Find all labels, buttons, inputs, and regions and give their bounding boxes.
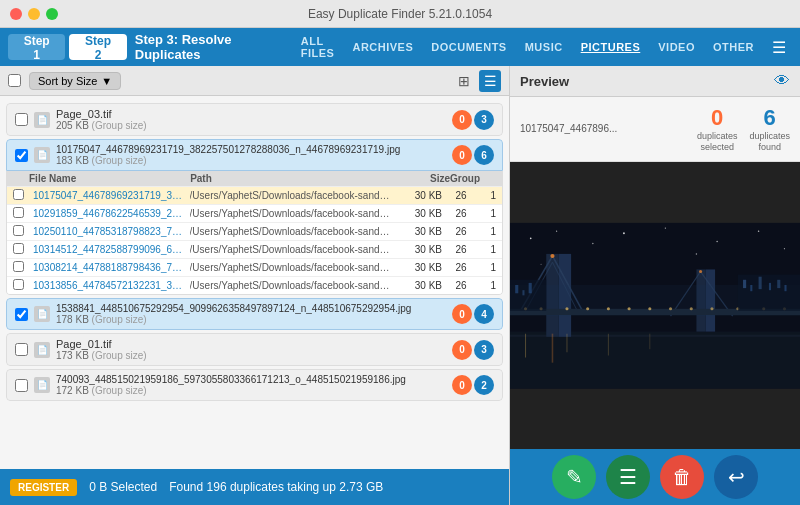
duplicates-found-label: duplicatesfound xyxy=(749,131,790,153)
table-row[interactable]: 10291859_44678622546539_2003... /Users/Y… xyxy=(7,204,502,222)
row-path: /Users/YaphetS/Downloads/facebook-sandyt… xyxy=(190,208,393,219)
svg-rect-50 xyxy=(743,279,746,287)
svg-point-4 xyxy=(623,232,625,234)
preview-image-area xyxy=(510,162,800,449)
tab-documents[interactable]: DOCUMENTS xyxy=(423,37,514,57)
svg-point-8 xyxy=(784,248,785,249)
row-n: 1 xyxy=(480,244,496,255)
row-size: 30 KB xyxy=(397,244,442,255)
close-button[interactable] xyxy=(10,8,22,20)
minimize-button[interactable] xyxy=(28,8,40,20)
table-row[interactable]: 10314512_44782588799096_6518... /Users/Y… xyxy=(7,240,502,258)
list-icon: ☰ xyxy=(619,465,637,489)
table-row[interactable]: 10175047_44678969231719_3822... /Users/Y… xyxy=(7,186,502,204)
list-view-icon[interactable]: ☰ xyxy=(479,70,501,92)
preview-header: Preview 👁 xyxy=(510,66,800,97)
row-checkbox[interactable] xyxy=(13,225,24,236)
status-bar: REGISTER 0 B Selected Found 196 duplicat… xyxy=(0,469,509,505)
row-checkbox[interactable] xyxy=(13,207,24,218)
file-group-header[interactable]: 📄 Page_03.tif 205 KB (Group size) 0 3 xyxy=(6,103,503,136)
file-group: 📄 Page_03.tif 205 KB (Group size) 0 3 xyxy=(6,103,503,136)
step2-button[interactable]: Step 2 xyxy=(69,34,126,60)
svg-rect-52 xyxy=(759,276,762,288)
register-button[interactable]: REGISTER xyxy=(10,479,77,496)
title-bar: Easy Duplicate Finder 5.21.0.1054 xyxy=(0,0,800,28)
group-info: Page_03.tif 205 KB (Group size) xyxy=(56,108,446,131)
duplicates-found-number: 6 xyxy=(764,105,776,131)
row-checkbox[interactable] xyxy=(13,261,24,272)
tab-video[interactable]: VIDEO xyxy=(650,37,703,57)
action-bar: ✎ ☰ 🗑 ↩ xyxy=(510,449,800,505)
group-checkbox[interactable] xyxy=(15,113,28,126)
group-checkbox-checked[interactable] xyxy=(15,149,28,162)
selected-badge: 0 xyxy=(452,375,472,395)
file-group-header[interactable]: 📄 Page_01.tif 173 KB (Group size) 0 3 xyxy=(6,333,503,366)
file-list[interactable]: 📄 Page_03.tif 205 KB (Group size) 0 3 📄 xyxy=(0,96,509,469)
col-header-path: Path xyxy=(190,173,405,184)
row-path: /Users/YaphetS/Downloads/facebook-sandyt… xyxy=(190,244,393,255)
svg-rect-49 xyxy=(529,283,532,293)
row-group: 26 xyxy=(446,262,476,273)
row-checkbox[interactable] xyxy=(13,279,24,290)
group-checkbox[interactable] xyxy=(15,308,28,321)
edit-icon: ✎ xyxy=(566,465,583,489)
row-checkbox[interactable] xyxy=(13,189,24,200)
step1-button[interactable]: Step 1 xyxy=(8,34,65,60)
group-size: 183 KB (Group size) xyxy=(56,155,446,166)
sort-button[interactable]: Sort by Size ▼ xyxy=(29,72,121,90)
count-badge: 2 xyxy=(474,375,494,395)
group-checkbox[interactable] xyxy=(15,343,28,356)
trash-icon: 🗑 xyxy=(672,466,692,489)
row-path: /Users/YaphetS/Downloads/facebook-sandyt… xyxy=(190,226,393,237)
undo-icon: ↩ xyxy=(728,465,745,489)
maximize-button[interactable] xyxy=(46,8,58,20)
undo-button[interactable]: ↩ xyxy=(714,455,758,499)
grid-view-icon[interactable]: ⊞ xyxy=(453,70,475,92)
row-n: 1 xyxy=(480,190,496,201)
count-badge: 4 xyxy=(474,304,494,324)
eye-icon[interactable]: 👁 xyxy=(774,72,790,90)
row-n: 1 xyxy=(480,280,496,291)
group-checkbox[interactable] xyxy=(15,379,28,392)
file-icon: 📄 xyxy=(34,112,50,128)
select-all-checkbox[interactable] xyxy=(8,74,21,87)
svg-point-1 xyxy=(530,237,532,239)
table-row[interactable]: 10308214_44788188798436_7629... /Users/Y… xyxy=(7,258,502,276)
tab-pictures[interactable]: PICTURES xyxy=(573,37,649,57)
group-name: 740093_448515021959186_59730558033661712… xyxy=(56,374,446,385)
selected-badge: 0 xyxy=(452,304,472,324)
delete-button[interactable]: 🗑 xyxy=(660,455,704,499)
preview-filename: 10175047_4467896... xyxy=(520,123,685,134)
row-name: 10250110_44785318798823_7629... xyxy=(33,226,186,237)
menu-icon[interactable]: ☰ xyxy=(766,38,792,57)
group-name: 10175047_44678969231719_3822575012782880… xyxy=(56,144,446,155)
table-row[interactable]: 10250110_44785318798823_7629... /Users/Y… xyxy=(7,222,502,240)
tab-archives[interactable]: ARCHIVES xyxy=(344,37,421,57)
row-group: 26 xyxy=(446,226,476,237)
left-panel: Sort by Size ▼ ⊞ ☰ 📄 Page_03.tif 205 KB … xyxy=(0,66,510,505)
tab-music[interactable]: MUSIC xyxy=(517,37,571,57)
edit-button[interactable]: ✎ xyxy=(552,455,596,499)
badge-group: 0 3 xyxy=(452,340,494,360)
svg-point-38 xyxy=(699,270,702,273)
list-button[interactable]: ☰ xyxy=(606,455,650,499)
file-group: 📄 10175047_44678969231719_38225750127828… xyxy=(6,139,503,295)
tab-all-files[interactable]: ALL FILES xyxy=(293,31,343,63)
file-table-header: File Name Path Size Group xyxy=(7,171,502,186)
file-group-header[interactable]: 📄 740093_448515021959186_597305580336617… xyxy=(6,369,503,401)
count-badge: 3 xyxy=(474,340,494,360)
row-group: 26 xyxy=(446,244,476,255)
selected-status: 0 B Selected xyxy=(89,480,157,494)
row-checkbox[interactable] xyxy=(13,243,24,254)
group-name: 1538841_448510675292954_9099626358497897… xyxy=(56,303,446,314)
file-icon: 📄 xyxy=(34,147,50,163)
col-header-size: Size xyxy=(405,173,450,184)
file-group-header[interactable]: 📄 1538841_448510675292954_90996263584978… xyxy=(6,298,503,330)
sort-label: Sort by Size xyxy=(38,75,97,87)
table-row[interactable]: 10313856_44784572132231_3659... /Users/Y… xyxy=(7,276,502,294)
tab-other[interactable]: OTHER xyxy=(705,37,762,57)
file-icon: 📄 xyxy=(34,377,50,393)
svg-rect-51 xyxy=(750,285,752,291)
row-size: 30 KB xyxy=(397,262,442,273)
file-group-header-selected[interactable]: 📄 10175047_44678969231719_38225750127828… xyxy=(6,139,503,171)
